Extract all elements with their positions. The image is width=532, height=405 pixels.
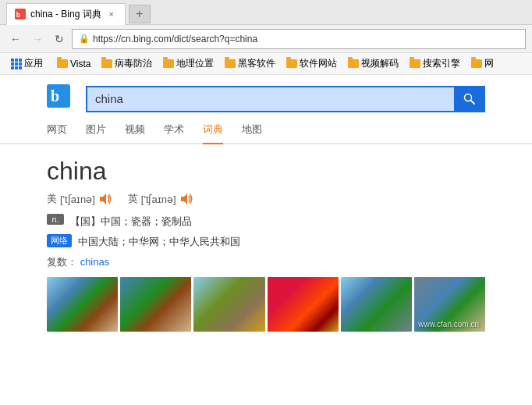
svg-text:b: b — [16, 11, 20, 19]
folder-icon — [348, 59, 359, 68]
folder-icon — [410, 59, 420, 68]
word-title: china — [47, 157, 485, 186]
tab-close-button[interactable]: × — [106, 9, 117, 20]
dictionary-content: china 美 ['tʃaɪnə] 英 ['tʃaɪnə] — [0, 144, 532, 344]
bookmark-label: Vista — [70, 59, 90, 69]
bing-logo[interactable]: b — [47, 84, 76, 113]
image-5[interactable] — [341, 277, 412, 332]
bing-header: b — [0, 75, 532, 113]
apps-bookmark[interactable]: 应用 — [6, 55, 48, 72]
tab-images[interactable]: 图片 — [86, 123, 106, 144]
tab-video[interactable]: 视频 — [125, 123, 145, 144]
plural-row: 复数： chinas — [47, 255, 485, 269]
us-label: 美 — [47, 192, 57, 206]
search-icon — [463, 93, 476, 105]
bing-favicon: b — [15, 9, 26, 20]
image-1[interactable] — [47, 277, 118, 332]
svg-line-5 — [471, 100, 475, 104]
bookmarks-bar: 应用 Vista 病毒防治 地理位置 黑客软件 软件网站 视频解码 搜索引擎 网 — [0, 53, 532, 75]
bookmark-label: 黑客软件 — [238, 57, 275, 70]
pos-badge-network: 网络 — [47, 234, 72, 247]
plural-link[interactable]: chinas — [80, 256, 110, 268]
speaker-us-icon — [98, 192, 112, 206]
bookmark-hacker[interactable]: 黑客软件 — [220, 55, 280, 72]
definition-noun: n. 【国】中国；瓷器；瓷制品 — [47, 214, 485, 229]
search-button[interactable] — [454, 86, 485, 112]
image-4[interactable] — [268, 277, 339, 332]
bookmark-vista[interactable]: Vista — [52, 57, 95, 71]
uk-pronunciation: 英 ['tʃaɪnə] — [128, 192, 193, 206]
search-box — [86, 86, 485, 112]
image-3[interactable] — [193, 277, 264, 332]
bookmark-antivirus[interactable]: 病毒防治 — [97, 55, 157, 72]
folder-icon — [57, 59, 68, 68]
svg-marker-7 — [181, 194, 187, 204]
svg-marker-6 — [100, 194, 106, 204]
definition-text-network: 中国大陆；中华网；中华人民共和国 — [78, 234, 240, 250]
folder-icon — [471, 59, 482, 68]
uk-label: 英 — [128, 192, 138, 206]
plural-label: 复数： — [47, 256, 77, 268]
title-bar: b china - Bing 词典 × + — [0, 0, 532, 25]
tab-map[interactable]: 地图 — [242, 123, 262, 144]
navigation-bar: ← → ↻ 🔒 https://cn.bing.com/dict/search?… — [0, 25, 532, 53]
image-strip-wrapper: www.cfan.com.cn — [47, 277, 485, 332]
bookmark-label: 病毒防治 — [115, 57, 152, 70]
watermark: www.cfan.com.cn — [418, 320, 479, 329]
bookmark-search[interactable]: 搜索引擎 — [405, 55, 465, 72]
folder-icon — [286, 59, 297, 68]
bookmark-video[interactable]: 视频解码 — [343, 55, 403, 72]
definitions-list: n. 【国】中国；瓷器；瓷制品 网络 中国大陆；中华网；中华人民共和国 — [47, 214, 485, 249]
us-pronunciation: 美 ['tʃaɪnə] — [47, 192, 112, 206]
browser-content: b 网页 图片 视频 学术 词典 地图 china 美 ['tʃaɪnə] — [0, 75, 532, 405]
pos-badge-noun: n. — [47, 214, 64, 225]
uk-speaker-button[interactable] — [179, 192, 193, 206]
bookmark-label: 地理位置 — [176, 57, 214, 70]
us-speaker-button[interactable] — [98, 192, 112, 206]
bookmark-label: 搜索引擎 — [423, 57, 460, 70]
apps-label: 应用 — [24, 57, 43, 70]
pronunciations-row: 美 ['tʃaɪnə] 英 ['tʃaɪnə] — [47, 192, 485, 206]
folder-icon — [225, 59, 236, 68]
bookmark-geo[interactable]: 地理位置 — [158, 55, 218, 72]
active-tab[interactable]: b china - Bing 词典 × — [6, 3, 126, 25]
tab-title: china - Bing 词典 — [30, 8, 101, 21]
image-2[interactable] — [120, 277, 191, 332]
address-bar[interactable]: 🔒 https://cn.bing.com/dict/search?q=chin… — [72, 29, 526, 49]
security-lock-icon: 🔒 — [79, 34, 90, 44]
definition-network: 网络 中国大陆；中华网；中华人民共和国 — [47, 234, 485, 250]
bookmark-software[interactable]: 软件网站 — [282, 55, 342, 72]
bing-logo-icon: b — [47, 84, 70, 108]
bookmark-label: 视频解码 — [361, 57, 399, 70]
tab-dictionary[interactable]: 词典 — [203, 123, 223, 144]
forward-button[interactable]: → — [28, 30, 47, 48]
tab-webpage[interactable]: 网页 — [47, 123, 67, 144]
definition-text-noun: 【国】中国；瓷器；瓷制品 — [70, 214, 192, 229]
apps-grid-icon — [11, 59, 22, 69]
uk-phonetic: ['tʃaɪnə] — [141, 194, 176, 205]
search-nav-tabs: 网页 图片 视频 学术 词典 地图 — [0, 116, 532, 144]
svg-text:b: b — [51, 87, 59, 105]
tab-academic[interactable]: 学术 — [164, 123, 184, 144]
us-phonetic: ['tʃaɪnə] — [60, 194, 95, 205]
speaker-uk-icon — [179, 192, 193, 206]
bookmark-more[interactable]: 网 — [466, 55, 498, 72]
folder-icon — [101, 59, 112, 68]
refresh-button[interactable]: ↻ — [50, 30, 69, 48]
folder-icon — [163, 59, 174, 68]
bookmark-label: 网 — [484, 57, 494, 70]
address-url: https://cn.bing.com/dict/search?q=china — [93, 34, 257, 44]
search-input[interactable] — [86, 86, 485, 112]
new-tab-button[interactable]: + — [129, 5, 151, 23]
back-button[interactable]: ← — [6, 30, 25, 48]
bookmark-label: 软件网站 — [300, 57, 337, 70]
